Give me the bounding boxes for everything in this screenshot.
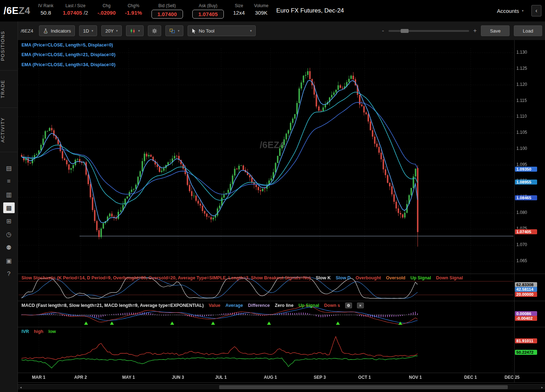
stat-value[interactable]: 1.07400 [151, 10, 183, 19]
flask-icon [43, 28, 48, 34]
timeframe-value: 1D [83, 28, 89, 34]
scrollbar-thumb[interactable] [219, 385, 508, 389]
help-icon[interactable]: ? [3, 269, 15, 279]
zoom-slider[interactable] [389, 30, 469, 32]
stat-value: 1.07405 /2 [63, 10, 88, 16]
header: /6EZ4 IV Rank50.8Last / Size1.07405 /2Ch… [0, 0, 545, 21]
trading-app: /6EZ4 IV Rank50.8Last / Size1.07405 /2Ch… [0, 0, 545, 392]
zoom-control: - + [382, 27, 477, 34]
chevron-down-icon: ▾ [138, 29, 140, 33]
main-row: POSITIONSTRADEACTIVITY ▤≡▥▩⊞◷⚉▣? /6EZ4 I… [0, 21, 545, 392]
sidebar-tabs: POSITIONSTRADEACTIVITY [0, 21, 18, 152]
scroll-left-icon[interactable]: ◂ [18, 384, 24, 390]
candlestick-icon [130, 28, 136, 34]
indicators-label: Indicators [51, 28, 71, 34]
zoom-out-button[interactable]: - [382, 27, 384, 34]
stat-value[interactable]: 1.07405 [192, 10, 224, 19]
stat-label: Ask (Buy) [199, 3, 217, 8]
chart-toolbar: /6EZ4 Indicators 1D▾ 20Y▾ ▾ ▾ [18, 21, 545, 40]
stat-volume: Volume309K [254, 3, 269, 16]
header-stats: IV Rank50.8Last / Size1.07405 /2Chg-.020… [38, 3, 269, 19]
chart-style-dropdown[interactable]: ▾ [165, 25, 183, 36]
symbol-root: /6E [4, 5, 19, 16]
zoom-in-button[interactable]: + [473, 27, 477, 34]
save-button[interactable]: Save [481, 25, 510, 36]
orders-icon[interactable]: ▥ [3, 189, 15, 200]
clock-icon[interactable]: ◷ [3, 229, 15, 240]
chart-settings-button[interactable] [148, 25, 161, 36]
stat-chg: Chg-.02090 [97, 3, 116, 16]
symbol-contract: Z4 [19, 5, 30, 16]
stat-bid-sell[interactable]: Bid (Sell)1.07400 [151, 3, 183, 19]
scroll-right-icon[interactable]: ▸ [539, 384, 545, 390]
stat-label: Volume [254, 3, 269, 8]
stat-iv-rank: IV Rank50.8 [38, 3, 54, 16]
sidebar-tab-positions[interactable]: POSITIONS [0, 21, 18, 70]
indicators-button[interactable]: Indicators [39, 25, 75, 36]
stat-chg: Chg%-1.91% [125, 3, 142, 16]
zoom-slider-thumb[interactable] [401, 29, 409, 33]
chevron-down-icon: ▾ [116, 29, 118, 33]
accounts-label: Accounts [497, 8, 519, 14]
sidebar-tab-activity[interactable]: ACTIVITY [0, 108, 18, 152]
box-icon[interactable]: ▣ [3, 255, 15, 266]
stat-value: 12x4 [233, 10, 245, 16]
stat-size: Size12x4 [233, 3, 245, 16]
news-icon[interactable]: ▤ [3, 163, 15, 173]
sidebar-icons: ▤≡▥▩⊞◷⚉▣? [3, 163, 15, 279]
list-icon[interactable]: ≡ [3, 176, 15, 187]
timeframe-dropdown[interactable]: 1D▾ [79, 25, 97, 36]
chevron-down-icon: ▾ [92, 29, 93, 33]
people-icon[interactable]: ⚉ [3, 242, 15, 253]
price-chart-canvas[interactable] [18, 40, 545, 392]
stat-value: -1.91% [125, 10, 142, 16]
chevron-down-icon: ▾ [178, 29, 179, 33]
stat-label: Last / Size [66, 3, 86, 8]
macd-close-icon[interactable]: × [357, 303, 364, 308]
stat-value: 50.8 [40, 10, 51, 16]
stat-last-size: Last / Size1.07405 /2 [63, 3, 88, 16]
chart-type-dropdown[interactable]: ▾ [126, 25, 144, 36]
drawing-tool-dropdown[interactable]: No Tool ▾ [188, 25, 256, 36]
stat-ask-buy[interactable]: Ask (Buy)1.07405 [192, 3, 224, 19]
range-value: 20Y [105, 28, 114, 34]
cursor-icon [192, 28, 196, 34]
macd-settings-icon[interactable]: ⚙ [345, 303, 352, 308]
stat-label: Size [235, 3, 243, 8]
chart-body: EMA (Price=CLOSE, Length=5, Displace=0) … [18, 40, 545, 392]
chart-icon[interactable]: ▩ [3, 202, 15, 213]
pattern-icon [169, 28, 175, 34]
gear-icon [152, 28, 157, 34]
stat-value: 309K [255, 10, 267, 16]
stat-value: -.02090 [97, 10, 116, 16]
toolbar-symbol: /6EZ4 [21, 28, 33, 34]
chart-scrollbar[interactable]: ◂ ▸ [18, 384, 545, 389]
instrument-name: Euro FX Futures, Dec-24 [276, 7, 344, 14]
range-dropdown[interactable]: 20Y▾ [101, 25, 122, 36]
stat-label: Chg% [127, 3, 139, 8]
grid-icon[interactable]: ⊞ [3, 216, 15, 226]
collapse-panel-button[interactable]: ‹ [531, 5, 541, 16]
load-button[interactable]: Load [514, 25, 542, 36]
stat-label: IV Rank [38, 3, 54, 8]
stat-label: Bid (Sell) [158, 3, 176, 8]
chevron-down-icon: ▾ [522, 9, 524, 13]
symbol: /6EZ4 [4, 5, 30, 16]
stat-label: Chg [103, 3, 111, 8]
stat-suffix: /2 [82, 10, 88, 16]
sidebar-tab-trade[interactable]: TRADE [0, 70, 18, 108]
chart-area: /6EZ4 Indicators 1D▾ 20Y▾ ▾ ▾ [18, 21, 545, 392]
tool-value: No Tool [199, 28, 214, 34]
collapse-icon: ‹ [535, 8, 537, 14]
accounts-dropdown[interactable]: Accounts ▾ [497, 8, 524, 14]
sidebar: POSITIONSTRADEACTIVITY ▤≡▥▩⊞◷⚉▣? [0, 21, 18, 392]
chevron-down-icon: ▾ [250, 29, 252, 33]
